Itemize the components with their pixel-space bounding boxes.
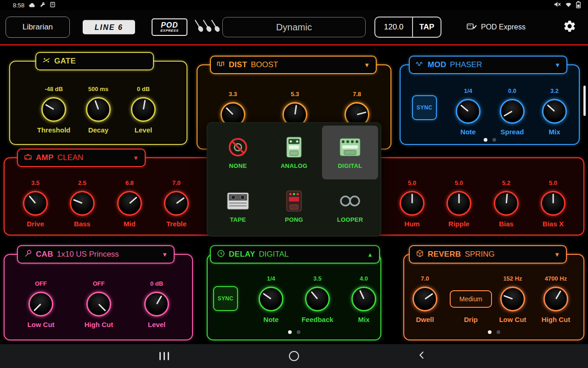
mod-spread-knob[interactable]: [500, 99, 525, 124]
amp-header[interactable]: AMP CLEAN ▼: [17, 149, 146, 167]
knob-pointer: [156, 295, 162, 304]
knob-value: 5.0: [455, 179, 463, 187]
tempo-value[interactable]: 120.0: [375, 17, 412, 37]
delay-header[interactable]: DELAY DIGITAL ▲: [210, 245, 380, 264]
gate-level-knob[interactable]: [131, 97, 156, 122]
dropdown-icon: ▼: [133, 155, 139, 161]
page-dot[interactable]: [484, 138, 487, 142]
mid-knob[interactable]: [117, 191, 142, 216]
decay-knob[interactable]: [86, 97, 111, 122]
bias-knob[interactable]: [494, 191, 519, 216]
android-status-bar: 8:58: [0, 0, 588, 10]
delay-model-popup: NONE ANALOG DIGITAL TAPE PONG: [207, 122, 381, 236]
line6-logo: LINE 6: [83, 20, 135, 34]
cab-low-cut-knob[interactable]: [28, 292, 53, 316]
recents-button[interactable]: [159, 352, 169, 360]
mute-icon: [554, 1, 561, 9]
knob-pointer: [226, 107, 233, 115]
delay-mix-knob[interactable]: [351, 287, 376, 311]
knob-value: 0.0: [508, 87, 516, 95]
mod-sync-button[interactable]: SYNC: [412, 95, 437, 120]
knob-pointer: [73, 199, 82, 204]
treble-knob[interactable]: [164, 191, 189, 216]
knob-label: Mid: [124, 220, 136, 228]
mod-note-knob[interactable]: [456, 99, 481, 124]
page-dot[interactable]: [488, 330, 492, 334]
wifi-icon: [565, 2, 572, 9]
knob-pointer: [294, 105, 297, 115]
device-status[interactable]: POD Express: [467, 22, 526, 33]
knob-pointer: [424, 293, 433, 299]
back-button[interactable]: [417, 350, 427, 362]
dwell-knob[interactable]: [413, 287, 437, 311]
dist-header[interactable]: DIST BOOST ▼: [210, 56, 377, 74]
mod-mix-knob[interactable]: [542, 99, 567, 124]
feedback-knob[interactable]: [305, 287, 330, 311]
model-option-none[interactable]: NONE: [210, 126, 266, 179]
drip-button[interactable]: Medium: [450, 290, 492, 308]
block-category: CAB: [36, 250, 53, 259]
gear-icon: [563, 19, 577, 35]
block-model: SPRING: [465, 250, 495, 259]
gate-block: GATE -48 dB Threshold 500 ms Decay 0 dB …: [9, 61, 187, 145]
scrollbar[interactable]: [583, 86, 586, 116]
app-toolbar: Librarian LINE 6 POD EXPRESS Dynamic 120…: [0, 10, 588, 46]
reverb-header[interactable]: REVERB SPRING ▼: [409, 245, 567, 264]
reverb-cube-icon: [416, 249, 424, 259]
cab-high-cut-knob[interactable]: [86, 292, 111, 316]
model-option-analog[interactable]: ANALOG: [266, 126, 322, 179]
cab-level-knob[interactable]: [144, 292, 169, 316]
reverb-high-cut-knob[interactable]: [543, 287, 568, 311]
drip-slot: Medium: [450, 287, 492, 311]
delay-note-knob[interactable]: [259, 287, 283, 311]
drive-knob[interactable]: [23, 191, 48, 216]
knob-label: High Cut: [85, 321, 113, 328]
knob-label: Decay: [88, 126, 108, 134]
knob-pointer: [503, 111, 512, 117]
bass-knob[interactable]: [70, 191, 95, 216]
device-icon: [467, 22, 477, 33]
delay-sync-button[interactable]: SYNC: [213, 286, 238, 311]
page-dot[interactable]: [288, 330, 292, 334]
knob-pointer: [34, 304, 41, 311]
knob-label: Note: [263, 316, 278, 323]
knob-pointer: [506, 194, 508, 203]
reverb-low-cut-knob[interactable]: [500, 287, 525, 311]
hum-knob[interactable]: [400, 191, 424, 216]
ripple-knob[interactable]: [447, 191, 471, 216]
librarian-button[interactable]: Librarian: [6, 17, 70, 38]
battery-icon: [576, 1, 581, 10]
model-option-pong[interactable]: PONG: [266, 179, 322, 233]
block-category: MOD: [428, 60, 447, 69]
wrench-icon: [40, 2, 45, 9]
mod-header[interactable]: MOD PHASER ▼: [409, 56, 567, 74]
looper-icon: [338, 190, 362, 212]
model-option-label: TAPE: [230, 216, 246, 223]
model-option-looper[interactable]: LOOPER: [322, 179, 378, 233]
preset-selector[interactable]: Dynamic: [222, 17, 366, 37]
page-dot[interactable]: [492, 138, 496, 142]
knob-label: Low Cut: [27, 321, 54, 328]
knob-pointer: [357, 111, 367, 115]
knob-value: 5.2: [502, 179, 510, 187]
cab-header[interactable]: CAB 1x10 US Princess ▼: [17, 245, 175, 264]
threshold-knob[interactable]: [41, 97, 66, 122]
knob-value: 3.3: [229, 91, 237, 98]
pod-express-logo: POD EXPRESS: [152, 18, 187, 36]
home-button[interactable]: [289, 351, 299, 361]
knob-pointer: [95, 100, 99, 110]
page-dot[interactable]: [297, 330, 300, 334]
settings-gear-button[interactable]: [561, 19, 578, 35]
gate-header[interactable]: GATE: [35, 52, 154, 70]
tap-button[interactable]: TAP: [413, 17, 441, 37]
bias-x-knob[interactable]: [541, 191, 565, 216]
model-option-digital[interactable]: DIGITAL: [322, 126, 378, 179]
model-option-tape[interactable]: TAPE: [210, 179, 266, 233]
knob-value: 0 dB: [137, 86, 150, 93]
guitars-icon: [195, 18, 220, 36]
page-dot[interactable]: [497, 330, 500, 334]
knob-pointer: [143, 100, 146, 109]
knob-value: 3.5: [31, 179, 40, 187]
cab-mic-icon: [24, 249, 32, 259]
knob-value: 5.0: [549, 179, 557, 187]
